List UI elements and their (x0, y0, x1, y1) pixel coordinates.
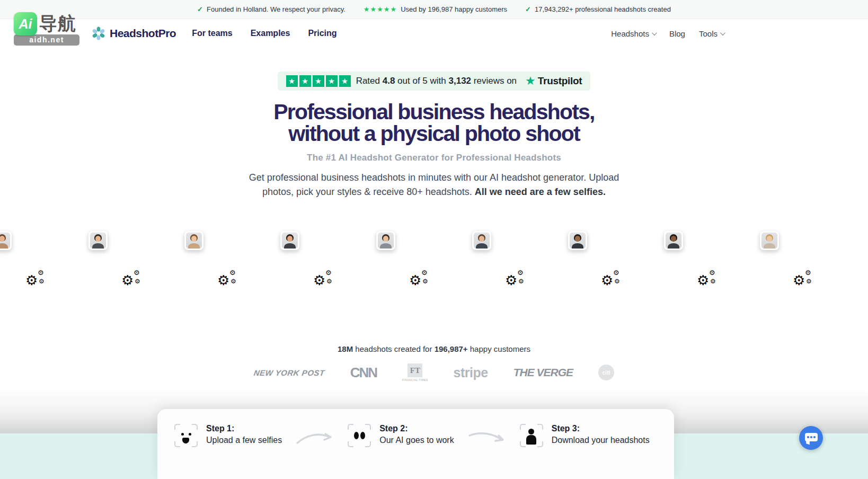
financial-times-logo: FT FINANCIAL TIMES (402, 363, 428, 382)
step-2: Step 2: Our AI goes to work (348, 424, 454, 447)
processing-gears-icon: ⚙⚙⚙ (217, 269, 241, 290)
citi-logo-partial: citi (598, 365, 614, 380)
chevron-down-icon (652, 30, 657, 36)
hero-description: Get professional business headshots in m… (249, 171, 619, 199)
headshotpro-logo[interactable]: HeadshotPro (92, 26, 176, 40)
chat-button[interactable] (799, 426, 823, 450)
carousel-slot: ⚙⚙⚙ (664, 231, 760, 296)
upload-selfie-icon (174, 424, 198, 447)
selfie-photo (88, 231, 108, 250)
trustpilot-logo-star-icon: ★ (525, 75, 536, 87)
processing-gears-icon: ⚙⚙⚙ (697, 269, 720, 290)
headshots-count: 18M (338, 344, 353, 353)
ai-processing-icon (348, 424, 371, 447)
trustpilot-rating-banner[interactable]: ★ ★ ★ ★ ★ Rated 4.8 out of 5 with 3,132 … (278, 72, 591, 91)
announcement-headshots: ✓ 17,943,292+ professional headshots cre… (525, 5, 671, 13)
announcement-privacy: ✓ Founded in Holland. We respect your pr… (197, 5, 346, 13)
processing-gears-icon: ⚙⚙⚙ (505, 269, 528, 290)
carousel-slot: ⚙⚙⚙ (88, 231, 185, 296)
the-verge-logo: THE VERGE (513, 366, 573, 379)
trustpilot-star-icon: ★ (326, 75, 338, 87)
page-title-line1: Professional business headshots, (273, 100, 594, 124)
arrow-icon (468, 430, 506, 446)
hero-subtitle: The #1 AI Headshot Generator for Profess… (0, 153, 868, 163)
brand-name: HeadshotPro (110, 27, 176, 40)
aidh-domain: aidh.net (14, 34, 79, 46)
step-2-label: Step 2: (379, 424, 454, 433)
ft-logo-box: FT (408, 363, 422, 377)
step-3-text: Download your headshots (552, 436, 650, 445)
step-2-text: Our AI goes to work (379, 436, 454, 445)
carousel-slot: ⚙⚙⚙ (376, 231, 473, 296)
trustpilot-logo-text: Trustpilot (538, 75, 582, 87)
processing-gears-icon: ⚙⚙⚙ (313, 269, 336, 290)
main-nav: HeadshotPro For teams Examples Pricing H… (0, 19, 868, 48)
aidh-logo-text: 导航 (39, 12, 76, 36)
carousel-slot: ⚙⚙⚙ (568, 231, 665, 296)
ft-logo-caption: FINANCIAL TIMES (402, 378, 428, 382)
arrow-icon (296, 430, 334, 446)
processing-gears-icon: ⚙⚙⚙ (409, 269, 432, 290)
announcement-customers-text: Used by 196,987 happy customers (401, 5, 507, 13)
selfie-photo (0, 231, 12, 250)
trustpilot-star-icon: ★ (286, 75, 298, 87)
rating-mid1: out of 5 with (397, 76, 446, 86)
headshotpro-aperture-icon (92, 26, 105, 40)
press-logos: NEW YORK POST CNN FT FINANCIAL TIMES str… (0, 362, 868, 383)
aidh-logo-icon: Ai (14, 12, 37, 36)
trustpilot-logo: ★ Trustpilot (525, 75, 582, 87)
processing-gears-icon: ⚙⚙⚙ (121, 269, 145, 290)
rating-score: 4.8 (383, 76, 395, 86)
selfie-photo (664, 231, 683, 250)
nav-tools-dropdown[interactable]: Tools (699, 29, 724, 38)
selfie-photo (280, 231, 299, 250)
trustpilot-stars: ★ ★ ★ ★ ★ (286, 75, 351, 87)
selfie-carousel: ⚙⚙⚙⚙⚙⚙⚙⚙⚙⚙⚙⚙⚙⚙⚙⚙⚙⚙⚙⚙⚙⚙⚙⚙⚙⚙⚙ (0, 231, 868, 296)
nav-pricing[interactable]: Pricing (308, 29, 336, 38)
stripe-logo: stripe (454, 365, 488, 380)
rating-mid2: reviews on (474, 76, 517, 86)
nav-headshots-label: Headshots (611, 29, 649, 38)
nav-tools-label: Tools (699, 29, 718, 38)
step-1-label: Step 1: (206, 424, 282, 433)
download-headshot-icon (520, 424, 543, 447)
step-3: Step 3: Download your headshots (520, 424, 650, 447)
processing-gears-icon: ⚙⚙⚙ (601, 269, 624, 290)
selfie-photo (760, 231, 779, 250)
trustpilot-star-icon: ★ (339, 75, 351, 87)
chevron-down-icon (720, 30, 725, 36)
trustpilot-star-icon: ★ (299, 75, 311, 87)
nav-headshots-dropdown[interactable]: Headshots (611, 29, 656, 38)
chat-dots-icon (807, 436, 816, 438)
processing-gears-icon: ⚙⚙⚙ (25, 269, 49, 290)
carousel-slot: ⚙⚙⚙ (184, 231, 281, 296)
announcement-privacy-text: Founded in Holland. We respect your priv… (207, 5, 346, 13)
processing-gears-icon: ⚙⚙⚙ (793, 269, 816, 290)
checkmark-icon: ✓ (525, 5, 531, 13)
selfie-photo (472, 231, 491, 250)
nav-examples[interactable]: Examples (251, 29, 290, 38)
chat-bubble-tail (806, 440, 810, 445)
social-proof-mid1: headshots created for (353, 344, 434, 353)
step-1-text: Upload a few selfies (206, 436, 282, 445)
social-proof-mid2: happy customers (468, 344, 530, 353)
announcement-headshots-text: 17,943,292+ professional headshots creat… (535, 5, 671, 13)
checkmark-icon: ✓ (197, 5, 203, 13)
cnn-logo: CNN (350, 365, 377, 381)
rating-reviews-count: 3,132 (449, 76, 472, 86)
step-1: Step 1: Upload a few selfies (174, 424, 282, 447)
nav-blog[interactable]: Blog (669, 29, 685, 38)
selfie-photo (376, 231, 395, 250)
carousel-slot: ⚙⚙⚙ (472, 231, 569, 296)
trustpilot-star-icon: ★ (313, 75, 324, 87)
selfie-photo (568, 231, 587, 250)
carousel-slot: ⚙⚙⚙ (280, 231, 377, 296)
social-proof: 18M headshots created for 196,987+ happy… (0, 344, 868, 353)
customers-count: 196,987+ (435, 344, 468, 353)
carousel-slot: ⚙⚙⚙ (0, 231, 89, 296)
hero-description-bold: All we need are a few selfies. (475, 187, 606, 197)
nav-for-teams[interactable]: For teams (192, 29, 232, 38)
carousel-slot: ⚙⚙⚙ (760, 231, 856, 296)
selfie-photo (184, 231, 203, 250)
step-3-label: Step 3: (552, 424, 650, 433)
